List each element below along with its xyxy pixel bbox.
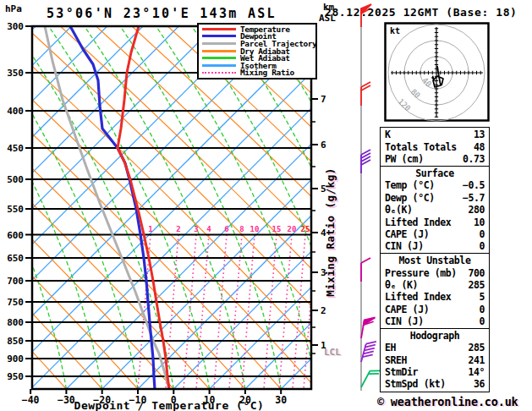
km-tick-label: 2 bbox=[321, 305, 326, 316]
row-value: 36 bbox=[474, 378, 485, 390]
row-value: 0 bbox=[479, 304, 485, 315]
row-label: Lifted Index bbox=[385, 291, 451, 303]
legend-swatch-solid bbox=[202, 35, 236, 37]
table-row: EH285 bbox=[381, 342, 489, 353]
pressure-axis-unit: hPa bbox=[5, 3, 22, 14]
station-title: 53°06'N 23°10'E 143m ASL bbox=[47, 6, 277, 21]
mixing-ratio-value-label: 1 bbox=[148, 225, 152, 233]
hodograph: 4080120kt bbox=[384, 22, 491, 123]
table-row: CAPE (J)0 bbox=[381, 228, 489, 240]
dry-adiabat-line bbox=[347, 26, 381, 389]
hodograph-unit-label: kt bbox=[390, 26, 400, 36]
row-label: CIN (J) bbox=[385, 240, 424, 252]
pressure-tick-label: 900 bbox=[7, 353, 24, 364]
wind-barb bbox=[361, 366, 381, 392]
row-label: Totals Totals bbox=[385, 141, 457, 153]
row-value: 0 bbox=[479, 315, 485, 327]
wet-adiabat-line bbox=[156, 26, 317, 389]
pressure-tick-label: 450 bbox=[7, 143, 24, 154]
km-tick-label: 6 bbox=[321, 140, 326, 151]
pressure-tick-label: 800 bbox=[7, 317, 24, 328]
table-row: Temp (°C)−0.5 bbox=[381, 179, 489, 191]
dry-adiabat-line bbox=[132, 26, 381, 389]
legend-item: Mixing Ratio bbox=[202, 69, 315, 77]
row-value: 48 bbox=[474, 141, 485, 153]
wind-barb bbox=[361, 339, 376, 364]
wind-barb bbox=[361, 315, 376, 340]
isotherm-line bbox=[245, 26, 381, 389]
legend-swatch-dotted bbox=[202, 72, 236, 74]
pressure-tick-label: 550 bbox=[7, 204, 24, 215]
table-row: StmDir14° bbox=[381, 366, 489, 378]
table-row: Pressure (mb)700 bbox=[381, 267, 489, 279]
table-row: StmSpd (kt)36 bbox=[381, 378, 489, 390]
legend-swatch-solid bbox=[202, 64, 236, 67]
row-value: 10 bbox=[474, 216, 485, 228]
row-value: 5 bbox=[479, 291, 485, 303]
mixing-ratio-value-label: 8 bbox=[239, 225, 244, 233]
legend-swatch-solid bbox=[202, 57, 236, 59]
mixing-ratio-value-label: 15 bbox=[272, 225, 282, 233]
pressure-tick-label: 600 bbox=[7, 230, 24, 241]
table-row: Lifted Index5 bbox=[381, 291, 489, 303]
row-value: 0 bbox=[479, 240, 485, 252]
row-label: SREH bbox=[385, 354, 407, 366]
mixing-ratio-value-label: 4 bbox=[206, 225, 211, 233]
pressure-tick-label: 750 bbox=[7, 297, 24, 308]
table-row: SREH241 bbox=[381, 354, 489, 366]
table-row: Dewp (°C)−5.7 bbox=[381, 192, 489, 204]
legend-swatch-solid bbox=[202, 50, 236, 52]
row-label: StmDir bbox=[385, 366, 418, 378]
row-label: θₑ (K) bbox=[385, 279, 418, 291]
table-section-title: Surface bbox=[381, 167, 489, 179]
row-label: StmSpd (kt) bbox=[385, 378, 446, 390]
run-datetime: 28.12.2025 12GMT (Base: 18) bbox=[325, 6, 518, 19]
pressure-tick-label: 700 bbox=[7, 276, 24, 287]
row-value: 0.73 bbox=[463, 153, 485, 165]
table-section: HodographEH285SREH241StmDir14°StmSpd (kt… bbox=[380, 328, 490, 392]
row-value: −5.7 bbox=[463, 192, 485, 204]
pressure-tick-label: 500 bbox=[7, 174, 24, 185]
row-label: Temp (°C) bbox=[385, 179, 435, 191]
dry-adiabat-line bbox=[167, 26, 381, 389]
row-label: Dewp (°C) bbox=[385, 192, 435, 204]
pressure-tick-label: 850 bbox=[7, 336, 24, 347]
mixing-ratio-value-label: 20 bbox=[288, 225, 297, 233]
table-section-title: Hodograph bbox=[381, 330, 489, 342]
pressure-tick-label: 400 bbox=[7, 106, 24, 117]
row-value: 285 bbox=[468, 279, 485, 291]
km-tick-label: 7 bbox=[321, 94, 326, 105]
dry-adiabat-line bbox=[311, 26, 381, 389]
mixing-ratio-value-label: 10 bbox=[250, 225, 260, 233]
pressure-tick-label: 350 bbox=[7, 68, 24, 79]
row-value: 14° bbox=[468, 366, 485, 378]
table-row: θₑ(K)280 bbox=[381, 204, 489, 216]
lcl-marker-label: LCL bbox=[324, 347, 341, 358]
table-row: θₑ (K)285 bbox=[381, 279, 489, 291]
mixing-ratio-value-label: 2 bbox=[176, 225, 180, 233]
row-value: 0 bbox=[479, 228, 485, 240]
row-label: K bbox=[385, 129, 391, 140]
x-axis-caption: Dewpoint / Temperature (°C) bbox=[34, 399, 304, 411]
isotherm-line bbox=[173, 26, 381, 389]
table-row: CIN (J)0 bbox=[381, 315, 489, 327]
table-row: Lifted Index10 bbox=[381, 216, 489, 228]
table-section: SurfaceTemp (°C)−0.5Dewp (°C)−5.7θₑ(K)28… bbox=[380, 166, 490, 255]
table-row: CIN (J)0 bbox=[381, 240, 489, 252]
wet-adiabat-line bbox=[49, 26, 210, 389]
credit-text: © weatheronline.co.uk bbox=[377, 395, 518, 408]
legend-box: TemperatureDewpointParcel TrajectoryDry … bbox=[197, 23, 317, 79]
pressure-tick-label: 950 bbox=[7, 371, 24, 382]
mixing-ratio-axis-label: Mixing Ratio (g/kg) bbox=[324, 165, 337, 300]
table-row: K13 bbox=[381, 129, 489, 140]
legend-label: Mixing Ratio bbox=[240, 68, 294, 77]
row-label: θₑ(K) bbox=[385, 204, 413, 216]
mixing-ratio-value-label: 25 bbox=[301, 225, 310, 233]
row-label: Pressure (mb) bbox=[385, 267, 457, 279]
wind-barb bbox=[361, 258, 370, 282]
table-section: K13Totals Totals48PW (cm)0.73 bbox=[380, 127, 490, 167]
dry-adiabat-line bbox=[0, 26, 173, 389]
row-label: CAPE (J) bbox=[385, 228, 429, 240]
table-section: Most UnstablePressure (mb)700θₑ (K)285Li… bbox=[380, 253, 490, 329]
row-value: 280 bbox=[468, 204, 485, 216]
